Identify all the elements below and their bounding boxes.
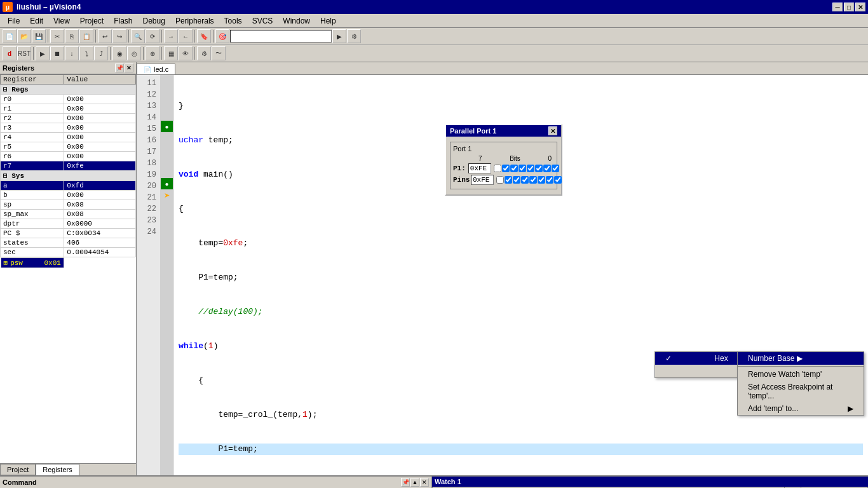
bookmark-btn[interactable]: 🔖 [197,29,211,43]
p1-bit5[interactable] [510,165,518,172]
save-btn[interactable]: 💾 [32,29,46,43]
command-pin-btn[interactable]: 📌 [401,478,410,487]
menu-peripherals[interactable]: Peripherals [170,15,219,27]
step-over-btn[interactable]: ⤵ [79,46,93,60]
table-row[interactable]: r7 0xfe [1,161,136,171]
menu-svcs[interactable]: SVCS [247,15,278,27]
mem-view-btn[interactable]: ▦ [164,46,178,60]
p1-bit6[interactable] [502,165,510,172]
step-btn[interactable]: ↓ [65,46,79,60]
p1-bit0[interactable] [552,165,559,172]
cut-btn[interactable]: ✂ [50,29,64,43]
copy-btn[interactable]: ⎘ [65,29,79,43]
target-input[interactable] [230,30,332,43]
ctx-remove-watch[interactable]: Remove Watch 'temp' [738,368,864,381]
indent-btn[interactable]: → [164,29,178,43]
reg-value-r3: 0x00 [64,123,136,133]
target-go-btn[interactable]: ▶ [332,29,346,43]
paste-btn[interactable]: 📋 [79,29,93,43]
table-row: ⊟ Regs [1,85,136,95]
maximize-button[interactable]: □ [844,3,854,11]
stop-btn[interactable]: ⏹ [50,46,64,60]
settings-btn[interactable]: ⚙ [197,46,211,60]
ctx-hex-label: Hex [714,354,728,363]
replace-btn[interactable]: ⟳ [146,29,159,43]
registers-pin-btn[interactable]: 📌 [115,64,124,72]
show-next-btn[interactable]: ⊕ [146,46,159,60]
reg-name-r5: r5 [1,142,64,152]
table-row[interactable]: ⊞ psw 0x01 [1,257,136,269]
table-row: r6 0x00 [1,152,136,161]
tab-project[interactable]: Project [0,464,36,475]
p1-bit3[interactable] [527,165,534,172]
debug-btn[interactable]: d [3,46,17,60]
menu-edit[interactable]: Edit [25,15,48,27]
watch-header: Watch 1 [432,477,868,487]
registers-close-btn[interactable]: ✕ [125,64,133,72]
sep10 [161,47,162,60]
p1-value-input[interactable] [468,163,491,173]
pins-bit5[interactable] [513,176,520,184]
pins-bit4[interactable] [521,176,529,184]
open-btn[interactable]: 📂 [17,29,31,43]
code-tab-led[interactable]: 📄 led.c [137,64,175,74]
table-row[interactable]: a 0xfd [1,181,136,191]
menu-view[interactable]: View [48,15,75,27]
target-btn[interactable]: 🎯 [215,29,229,43]
outdent-btn[interactable]: ← [179,29,193,43]
target-opts-btn[interactable]: ⚙ [347,29,361,43]
sep1 [48,30,48,43]
code-tab-label: led.c [154,65,168,73]
pins-value-input[interactable] [471,175,494,185]
menu-tools[interactable]: Tools [219,15,247,27]
submenu-number-base[interactable]: Number Base ▶ [738,352,864,365]
new-file-btn[interactable]: 📄 [3,29,17,43]
p1-bit1[interactable] [543,165,551,172]
number-base-submenu[interactable]: Number Base ▶ Remove Watch 'temp' Set Ac… [737,351,864,416]
line-numbers: 11 12 13 14 15 16 17 18 19 20 21 22 23 2… [137,75,161,475]
menu-file[interactable]: File [3,15,25,27]
registers-controls[interactable]: 📌 ✕ [115,64,133,72]
reg-value-r4: 0x00 [64,133,136,142]
search-btn[interactable]: 🔍 [131,29,145,43]
reg-col-value: Value [64,75,136,85]
pins-bit3[interactable] [529,176,537,184]
title-bar-controls[interactable]: ─ □ ✕ [832,3,865,11]
breakpoint-btn[interactable]: ◉ [112,46,126,60]
psw-expand-icon[interactable]: ⊞ [4,259,8,267]
pins-bit1[interactable] [546,176,553,184]
pins-bit7[interactable] [496,176,504,184]
reset-btn[interactable]: RST [17,46,31,60]
p1-bit2[interactable] [535,165,543,172]
tab-registers[interactable]: Registers [36,464,79,475]
ctx-set-breakpoint[interactable]: Set Access Breakpoint at 'temp'... [738,381,864,402]
p1-bit4[interactable] [519,165,526,172]
menu-window[interactable]: Window [278,15,315,27]
port1-group: Port 1 7 Bits 0 P1: [450,142,557,189]
ctx-add-temp-to[interactable]: Add 'temp' to... ▶ [738,402,864,415]
command-controls[interactable]: 📌 ▲ ✕ [401,478,429,487]
pins-bit2[interactable] [538,176,545,184]
dialog-close-button[interactable]: ✕ [548,126,557,135]
p1-bit7[interactable] [494,165,501,172]
pins-bit0[interactable] [554,176,562,184]
registers-title: Registers [3,64,34,72]
command-float-btn[interactable]: ▲ [410,478,419,487]
watch-view-btn[interactable]: 👁 [179,46,193,60]
menu-flash[interactable]: Flash [109,15,137,27]
step-out-btn[interactable]: ⤴ [94,46,108,60]
command-close-btn[interactable]: ✕ [420,478,429,487]
clear-bp-btn[interactable]: ◎ [127,46,141,60]
ctx-hex-check: ✓ [665,354,672,363]
menu-project[interactable]: Project [75,15,109,27]
redo-btn[interactable]: ↪ [112,29,126,43]
menu-help[interactable]: Help [315,15,341,27]
run-btn[interactable]: ▶ [36,46,50,60]
minimize-button[interactable]: ─ [832,3,843,11]
pins-bit6[interactable] [505,176,512,184]
table-row: dptr 0x0000 [1,219,136,229]
oscilloscope-btn[interactable]: 〜 [212,46,226,60]
close-button[interactable]: ✕ [855,3,865,11]
menu-debug[interactable]: Debug [138,15,170,27]
undo-btn[interactable]: ↩ [98,29,112,43]
